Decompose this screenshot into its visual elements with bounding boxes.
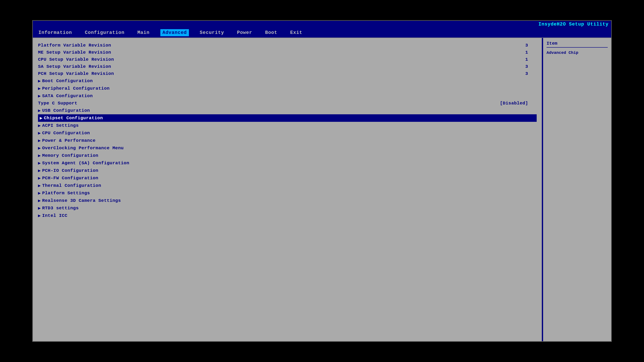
menu-item-label-12: ▶CPU Configuration <box>38 130 90 136</box>
menu-item-label-15: ▶Memory Configuration <box>38 153 98 158</box>
arrow-icon-20: ▶ <box>38 190 41 196</box>
menu-item-text-22: RTD3 settings <box>42 206 78 211</box>
nav-item-boot[interactable]: Boot <box>263 29 280 36</box>
nav-bar: InformationConfigurationMainAdvancedSecu… <box>33 28 611 37</box>
arrow-icon-13: ▶ <box>38 138 41 143</box>
nav-item-power[interactable]: Power <box>235 29 254 36</box>
menu-item-10[interactable]: ▶Chipset Configuration <box>38 114 537 122</box>
menu-item-12[interactable]: ▶CPU Configuration <box>38 129 537 137</box>
menu-item-19[interactable]: ▶Thermal Configuration <box>38 182 537 189</box>
menu-item-16[interactable]: ▶System Agent (SA) Configuration <box>38 159 537 167</box>
menu-item-value-3: 3 <box>525 64 528 69</box>
arrow-icon-22: ▶ <box>38 205 41 211</box>
arrow-icon-14: ▶ <box>38 145 41 151</box>
menu-item-5[interactable]: ▶Boot Configuration <box>38 77 537 85</box>
menu-item-text-21: Realsense 3D Camera Settings <box>42 198 121 203</box>
arrow-icon-12: ▶ <box>38 130 41 136</box>
menu-item-label-17: ▶PCH-IO Configuration <box>38 168 98 173</box>
menu-item-text-4: PCH Setup Variable Revision <box>38 71 114 76</box>
nav-item-exit[interactable]: Exit <box>288 29 304 36</box>
menu-item-text-19: Thermal Configuration <box>42 183 101 188</box>
arrow-icon-6: ▶ <box>38 86 41 91</box>
nav-item-security[interactable]: Security <box>198 29 226 36</box>
menu-item-11[interactable]: ▶ACPI Settings <box>38 122 537 129</box>
menu-item-label-16: ▶System Agent (SA) Configuration <box>38 160 129 166</box>
menu-item-label-20: ▶Platform Settings <box>38 190 90 196</box>
menu-item-20[interactable]: ▶Platform Settings <box>38 189 537 197</box>
main-content: Platform Variable Revision3ME Setup Vari… <box>33 37 611 341</box>
arrow-icon-10: ▶ <box>40 115 42 121</box>
menu-item-text-8: Type C Support <box>38 101 77 106</box>
menu-item-label-0: Platform Variable Revision <box>38 43 111 48</box>
menu-item-21[interactable]: ▶Realsense 3D Camera Settings <box>38 197 537 204</box>
menu-item-label-23: ▶Intel ICC <box>38 213 68 218</box>
menu-item-text-17: PCH-IO Configuration <box>42 168 98 173</box>
menu-item-17[interactable]: ▶PCH-IO Configuration <box>38 167 537 174</box>
menu-item-label-19: ▶Thermal Configuration <box>38 183 101 188</box>
arrow-icon-5: ▶ <box>38 78 41 84</box>
arrow-icon-11: ▶ <box>38 123 41 128</box>
menu-item-label-1: ME Setup Variable Revision <box>38 50 111 55</box>
utility-title: InsydeH2O Setup Utility <box>538 22 608 27</box>
menu-item-3: SA Setup Variable Revision3 <box>38 63 537 70</box>
menu-item-text-5: Boot Configuration <box>42 78 93 83</box>
menu-item-text-14: OverClocking Performance Menu <box>42 146 124 151</box>
right-panel-content-text: Advanced Chip <box>546 50 578 55</box>
menu-item-label-10: ▶Chipset Configuration <box>40 115 103 121</box>
menu-item-label-6: ▶Peripheral Configuration <box>38 86 110 91</box>
arrow-icon-9: ▶ <box>38 108 41 113</box>
menu-item-label-14: ▶OverClocking Performance Menu <box>38 145 124 151</box>
menu-item-text-6: Peripheral Configuration <box>42 86 110 91</box>
menu-item-value-0: 3 <box>525 43 528 48</box>
menu-item-label-18: ▶PCH-FW Configuration <box>38 175 98 181</box>
menu-item-14[interactable]: ▶OverClocking Performance Menu <box>38 144 537 152</box>
arrow-icon-23: ▶ <box>38 213 41 218</box>
menu-item-text-9: USB Configuration <box>42 108 90 113</box>
menu-item-9[interactable]: ▶USB Configuration <box>38 107 537 114</box>
menu-item-text-18: PCH-FW Configuration <box>42 176 98 181</box>
menu-item-8: Type C Support[Disabled] <box>38 100 537 107</box>
menu-item-label-5: ▶Boot Configuration <box>38 78 93 84</box>
menu-item-text-13: Power & Performance <box>42 138 96 143</box>
menu-item-22[interactable]: ▶RTD3 settings <box>38 204 537 212</box>
menu-item-7[interactable]: ▶SATA Configuration <box>38 92 537 100</box>
menu-item-23[interactable]: ▶Intel ICC <box>38 212 537 219</box>
nav-item-advanced[interactable]: Advanced <box>160 29 189 36</box>
menu-item-1: ME Setup Variable Revision1 <box>38 49 537 56</box>
menu-item-text-11: ACPI Settings <box>42 123 78 128</box>
menu-item-text-23: Intel ICC <box>42 213 68 218</box>
menu-item-text-10: Chipset Configuration <box>44 116 103 120</box>
arrow-icon-7: ▶ <box>38 93 41 99</box>
nav-item-configuration[interactable]: Configuration <box>83 29 127 36</box>
menu-item-15[interactable]: ▶Memory Configuration <box>38 152 537 159</box>
menu-item-text-20: Platform Settings <box>42 191 90 196</box>
left-panel: Platform Variable Revision3ME Setup Vari… <box>33 38 542 341</box>
menu-item-label-3: SA Setup Variable Revision <box>38 64 111 69</box>
menu-item-label-9: ▶USB Configuration <box>38 108 90 113</box>
menu-item-label-21: ▶Realsense 3D Camera Settings <box>38 198 121 203</box>
menu-item-value-2: 1 <box>525 57 528 62</box>
menu-item-text-2: CPU Setup Variable Revision <box>38 57 114 62</box>
menu-item-0: Platform Variable Revision3 <box>38 42 537 49</box>
right-panel-content: Advanced Chip <box>546 50 608 56</box>
menu-item-text-16: System Agent (SA) Configuration <box>42 161 129 166</box>
menu-item-18[interactable]: ▶PCH-FW Configuration <box>38 174 537 182</box>
menu-item-label-22: ▶RTD3 settings <box>38 205 78 211</box>
menu-item-value-4: 3 <box>525 71 528 76</box>
arrow-icon-18: ▶ <box>38 175 41 181</box>
menu-item-6[interactable]: ▶Peripheral Configuration <box>38 85 537 92</box>
utility-title-bar: InsydeH2O Setup Utility <box>33 21 611 28</box>
menu-item-text-3: SA Setup Variable Revision <box>38 64 111 69</box>
nav-item-main[interactable]: Main <box>135 29 152 36</box>
menu-item-2: CPU Setup Variable Revision1 <box>38 56 537 63</box>
menu-item-label-4: PCH Setup Variable Revision <box>38 71 114 76</box>
menu-item-13[interactable]: ▶Power & Performance <box>38 137 537 144</box>
arrow-icon-17: ▶ <box>38 168 41 173</box>
nav-item-information[interactable]: Information <box>36 29 74 36</box>
menu-item-label-8: Type C Support <box>38 101 77 106</box>
menu-item-label-13: ▶Power & Performance <box>38 138 96 143</box>
menu-item-text-12: CPU Configuration <box>42 131 90 136</box>
menu-item-label-11: ▶ACPI Settings <box>38 123 78 128</box>
arrow-icon-16: ▶ <box>38 160 41 166</box>
menu-item-label-7: ▶SATA Configuration <box>38 93 93 99</box>
